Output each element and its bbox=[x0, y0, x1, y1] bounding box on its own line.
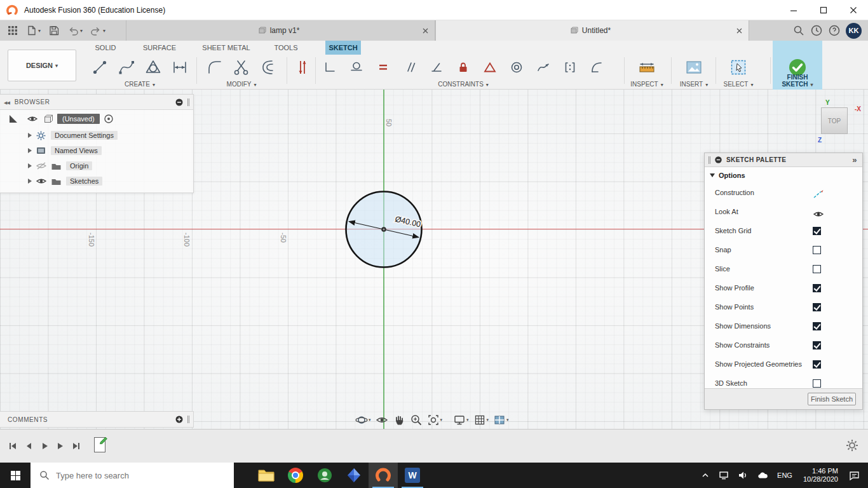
browser-item-sketches[interactable]: Sketches bbox=[0, 173, 193, 189]
curvature-constraint-button[interactable] bbox=[583, 55, 610, 79]
word-taskbar-icon[interactable]: W bbox=[398, 463, 427, 488]
options-section-header[interactable]: Options bbox=[705, 167, 862, 184]
search-button[interactable] bbox=[792, 24, 805, 37]
chrome-taskbar-icon[interactable] bbox=[281, 463, 310, 488]
file-menu-button[interactable] bbox=[23, 22, 43, 39]
measure-tool-button[interactable] bbox=[634, 55, 660, 79]
browser-root-row[interactable]: (Unsaved) bbox=[0, 110, 193, 128]
zoom-tool-button[interactable] bbox=[408, 412, 424, 428]
midpoint-constraint-button[interactable] bbox=[477, 55, 503, 79]
tab-solid[interactable]: SOLID bbox=[84, 41, 127, 55]
show-points-checkbox[interactable] bbox=[813, 303, 821, 311]
tray-clock[interactable]: 1:46 PM 10/28/2020 bbox=[798, 467, 843, 484]
display-settings-button[interactable] bbox=[451, 412, 471, 428]
browser-item-label[interactable]: Document Settings bbox=[51, 131, 118, 140]
visibility-eye-off-icon[interactable] bbox=[36, 161, 47, 170]
activate-target-icon[interactable] bbox=[104, 114, 114, 124]
timeline-sketch-feature-marker[interactable] bbox=[94, 437, 105, 452]
select-group-label[interactable]: SELECT bbox=[718, 81, 759, 88]
doc-tab-lamp-v1[interactable]: lamp v1* bbox=[126, 20, 435, 41]
close-tab-icon[interactable] bbox=[421, 26, 430, 35]
fusion-360-taskbar-icon[interactable] bbox=[369, 463, 398, 488]
comments-expand-icon[interactable] bbox=[175, 415, 184, 424]
expander-icon[interactable] bbox=[28, 163, 32, 168]
user-avatar[interactable]: KK bbox=[846, 23, 862, 39]
undo-button[interactable] bbox=[65, 22, 85, 39]
fit-tool-button[interactable] bbox=[425, 412, 445, 428]
fix-constraint-button[interactable] bbox=[450, 55, 477, 79]
workspace-selector[interactable]: DESIGN bbox=[8, 50, 76, 81]
timeline-go-to-start-button[interactable] bbox=[5, 438, 20, 454]
trim-tool-button[interactable] bbox=[228, 55, 255, 79]
minimize-button[interactable] bbox=[778, 0, 808, 20]
viewports-button[interactable] bbox=[491, 412, 511, 428]
timeline-step-back-button[interactable] bbox=[21, 438, 36, 454]
smooth-constraint-button[interactable] bbox=[530, 55, 557, 79]
timeline-settings-gear-icon[interactable] bbox=[845, 438, 859, 452]
constraints-group-label[interactable]: CONSTRAINTS bbox=[316, 81, 610, 88]
snap-checkbox[interactable] bbox=[813, 246, 821, 254]
timeline-step-forward-button[interactable] bbox=[53, 438, 68, 454]
taskbar-search-box[interactable] bbox=[31, 463, 234, 488]
insert-group-label[interactable]: INSERT bbox=[674, 81, 714, 88]
viewcube[interactable]: TOP Y -X Z bbox=[821, 107, 848, 134]
comments-resize-grip[interactable] bbox=[187, 416, 189, 423]
show-dimensions-checkbox[interactable] bbox=[813, 322, 821, 330]
tray-chevron-up-icon[interactable] bbox=[698, 463, 713, 488]
horizontal-vertical-constraint-button[interactable] bbox=[316, 55, 343, 79]
start-button[interactable] bbox=[0, 463, 31, 488]
tray-network-icon[interactable] bbox=[715, 463, 732, 488]
grid-snap-settings-button[interactable] bbox=[471, 412, 491, 428]
taskbar-search-input[interactable] bbox=[56, 471, 215, 480]
slice-checkbox[interactable] bbox=[813, 265, 821, 273]
parallel-constraint-button[interactable] bbox=[397, 55, 423, 79]
tab-sketch[interactable]: SKETCH bbox=[325, 41, 361, 55]
equal-constraint-button[interactable] bbox=[370, 55, 397, 79]
expander-icon[interactable] bbox=[28, 148, 32, 153]
finish-sketch-palette-button[interactable]: Finish Sketch bbox=[808, 393, 856, 405]
timeline-go-to-end-button[interactable] bbox=[69, 438, 84, 454]
doc-tab-untitled[interactable]: Untitled* bbox=[435, 20, 749, 41]
show-constraints-checkbox[interactable] bbox=[813, 341, 821, 349]
tray-language-indicator[interactable]: ENG bbox=[774, 463, 796, 488]
fillet-tool-button[interactable] bbox=[201, 55, 228, 79]
show-profile-checkbox[interactable] bbox=[813, 284, 821, 292]
browser-resize-grip[interactable] bbox=[187, 98, 189, 106]
orbit-tool-button[interactable] bbox=[353, 412, 373, 428]
save-button[interactable] bbox=[46, 22, 62, 39]
diamond-app-taskbar-icon[interactable] bbox=[339, 463, 369, 488]
spline-tool-button[interactable] bbox=[113, 55, 140, 79]
close-button[interactable] bbox=[838, 0, 868, 20]
browser-item-label[interactable]: Named Views bbox=[51, 146, 102, 155]
modify-group-label[interactable]: MODIFY bbox=[200, 81, 283, 88]
maximize-button[interactable] bbox=[808, 0, 838, 20]
visibility-eye-icon[interactable] bbox=[27, 114, 38, 123]
look-at-tool-button[interactable] bbox=[374, 412, 390, 428]
concentric-constraint-button[interactable] bbox=[503, 55, 530, 79]
browser-item-label[interactable]: Sketches bbox=[66, 177, 102, 186]
3d-sketch-checkbox[interactable] bbox=[813, 379, 821, 388]
file-explorer-taskbar-icon[interactable] bbox=[252, 463, 281, 488]
finish-sketch-group-label[interactable]: FINISH SKETCH bbox=[773, 74, 822, 88]
dimension-tool-button[interactable] bbox=[166, 55, 193, 79]
insert-image-button[interactable] bbox=[681, 55, 707, 79]
pan-tool-button[interactable] bbox=[391, 412, 407, 428]
browser-root-label[interactable]: (Unsaved) bbox=[57, 114, 100, 124]
inspect-group-label[interactable]: INSPECT bbox=[627, 81, 667, 88]
show-projected-geometries-checkbox[interactable] bbox=[813, 360, 821, 369]
redo-button[interactable] bbox=[88, 22, 108, 39]
select-tool-button[interactable] bbox=[725, 55, 752, 79]
tab-sheet-metal[interactable]: SHEET METAL bbox=[192, 41, 261, 55]
expander-icon[interactable] bbox=[28, 133, 32, 138]
tangent-constraint-button[interactable] bbox=[343, 55, 370, 79]
browser-item-origin[interactable]: Origin bbox=[0, 158, 193, 173]
offset-tool-button[interactable] bbox=[255, 55, 281, 79]
create-group-label[interactable]: CREATE bbox=[84, 81, 196, 88]
browser-minimize-icon[interactable] bbox=[175, 98, 184, 107]
symmetry-constraint-button[interactable] bbox=[557, 55, 583, 79]
perpendicular-constraint-button[interactable] bbox=[423, 55, 450, 79]
tray-volume-icon[interactable] bbox=[735, 463, 751, 488]
palette-collapse-icon[interactable] bbox=[852, 155, 857, 165]
tab-surface[interactable]: SURFACE bbox=[127, 41, 192, 55]
look-at-icon[interactable] bbox=[813, 208, 824, 219]
